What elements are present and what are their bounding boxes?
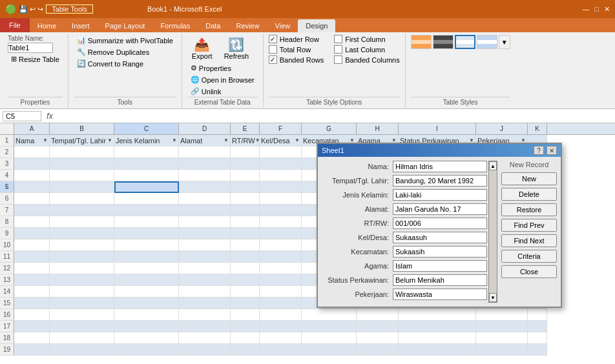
cell-C3[interactable] xyxy=(114,158,179,170)
maximize-btn[interactable]: □ xyxy=(594,5,599,14)
tab-view[interactable]: View xyxy=(267,19,298,32)
cell-C1[interactable]: Jenis Kelamin▼ xyxy=(114,135,179,147)
formula-input[interactable] xyxy=(58,112,612,120)
input-keldesa[interactable] xyxy=(393,232,487,243)
convert-range-btn[interactable]: 🔄 Convert to Range xyxy=(74,58,147,69)
col-header-D[interactable]: D xyxy=(179,123,231,134)
scroll-up-btn[interactable]: ▲ xyxy=(489,161,497,170)
open-browser-btn[interactable]: 🌐 Open in Browser xyxy=(187,74,258,85)
col-header-J[interactable]: J xyxy=(476,123,528,134)
row-num-1[interactable]: 1 xyxy=(0,135,14,147)
table-style-swatch-1[interactable] xyxy=(411,35,432,49)
unlink-btn[interactable]: 🔗 Unlink xyxy=(187,86,225,97)
col-header-F[interactable]: F xyxy=(260,123,302,134)
ribbon-row-convert-range[interactable]: 🔄 Convert to Range xyxy=(74,58,176,69)
cell-F3[interactable] xyxy=(260,158,302,170)
fx-button[interactable]: fx xyxy=(44,111,56,121)
table-style-swatch-3[interactable] xyxy=(455,35,475,49)
checkbox-header-row[interactable]: ✓ Header Row xyxy=(269,35,324,43)
banded-rows-checkbox[interactable]: ✓ xyxy=(269,56,277,64)
row-num-15[interactable]: 15 xyxy=(0,298,14,309)
checkbox-last-col[interactable]: Last Column xyxy=(334,45,399,54)
tab-page-layout[interactable]: Page Layout xyxy=(98,19,153,32)
table-style-swatch-2[interactable] xyxy=(433,35,453,49)
cell-E1[interactable]: RT/RW▼ xyxy=(231,135,260,147)
last-col-checkbox[interactable] xyxy=(334,45,342,54)
input-nama[interactable] xyxy=(393,161,487,172)
window-controls[interactable]: — □ ✕ xyxy=(582,5,610,14)
row-num-17[interactable]: 17 xyxy=(0,321,14,332)
tab-data[interactable]: Data xyxy=(198,19,228,32)
input-pekerjaan[interactable] xyxy=(393,288,487,300)
cell-D1[interactable]: Alamat▼ xyxy=(179,135,231,147)
ribbon-row-unlink[interactable]: 🔗 Unlink xyxy=(187,86,258,97)
row-num-14[interactable]: 14 xyxy=(0,286,14,298)
row-num-6[interactable]: 6 xyxy=(0,193,14,205)
close-btn[interactable]: Close xyxy=(501,265,557,278)
remove-duplicates-btn[interactable]: 🔧 Remove Duplicates xyxy=(74,46,152,57)
cell-A5[interactable] xyxy=(14,181,50,193)
row-num-4[interactable]: 4 xyxy=(0,170,14,181)
col-header-I[interactable]: I xyxy=(399,123,476,134)
cell-B5[interactable] xyxy=(50,181,114,193)
row-num-12[interactable]: 12 xyxy=(0,263,14,274)
cell-A6[interactable] xyxy=(14,193,50,205)
input-rtrw[interactable] xyxy=(393,217,487,229)
checkbox-banded-rows[interactable]: ✓ Banded Rows xyxy=(269,56,324,64)
cell-D2[interactable] xyxy=(179,147,231,158)
cell-E2[interactable] xyxy=(231,147,260,158)
input-kecamatan[interactable] xyxy=(393,246,487,258)
cell-ref-input[interactable] xyxy=(3,111,41,121)
cell-F5[interactable] xyxy=(260,181,302,193)
tab-insert[interactable]: Insert xyxy=(64,19,98,32)
row-num-19[interactable]: 19 xyxy=(0,344,14,356)
dialog-close-x-btn[interactable]: ✕ xyxy=(547,146,557,155)
new-btn[interactable]: New xyxy=(501,172,557,185)
table-name-input[interactable] xyxy=(8,43,53,53)
refresh-btn[interactable]: 🔃 Refresh xyxy=(220,35,254,62)
cell-F2[interactable] xyxy=(260,147,302,158)
cell-C4[interactable] xyxy=(114,170,179,181)
cell-D5[interactable] xyxy=(179,181,231,193)
col-header-K[interactable]: K xyxy=(528,123,547,134)
row-num-2[interactable]: 2 xyxy=(0,147,14,158)
cell-E3[interactable] xyxy=(231,158,260,170)
dialog-help-btn[interactable]: ? xyxy=(534,146,544,155)
col-header-C[interactable]: C xyxy=(114,123,179,134)
cell-E5[interactable] xyxy=(231,181,260,193)
row-num-18[interactable]: 18 xyxy=(0,332,14,344)
find-prev-btn[interactable]: Find Prev xyxy=(501,219,557,232)
more-styles-btn[interactable]: ▼ xyxy=(499,35,510,49)
ribbon-row-tablename-input[interactable] xyxy=(8,43,63,53)
properties-btn[interactable]: ⚙ Properties xyxy=(187,63,235,74)
col-header-H[interactable]: H xyxy=(357,123,399,134)
minimize-btn[interactable]: — xyxy=(582,5,589,14)
checkbox-total-row[interactable]: Total Row xyxy=(269,45,324,54)
tab-formulas[interactable]: Formulas xyxy=(152,19,198,32)
col-header-G[interactable]: G xyxy=(302,123,357,134)
close-btn[interactable]: ✕ xyxy=(604,5,610,14)
criteria-btn[interactable]: Criteria xyxy=(501,250,557,263)
row-num-16[interactable]: 16 xyxy=(0,309,14,321)
checkbox-banded-cols[interactable]: Banded Columns xyxy=(334,56,399,64)
ribbon-row-properties[interactable]: ⚙ Properties xyxy=(187,63,258,74)
col-header-A[interactable]: A xyxy=(14,123,50,134)
resize-table-btn[interactable]: ⊞ Resize Table xyxy=(8,54,63,65)
input-agama[interactable] xyxy=(393,260,487,272)
cell-A2[interactable] xyxy=(14,147,50,158)
scroll-down-btn[interactable]: ▼ xyxy=(489,293,497,302)
form-scrollbar[interactable]: ▲ ▼ xyxy=(488,161,497,303)
banded-cols-checkbox[interactable] xyxy=(334,56,342,64)
row-num-3[interactable]: 3 xyxy=(0,158,14,170)
cell-D4[interactable] xyxy=(179,170,231,181)
cell-B3[interactable] xyxy=(50,158,114,170)
tab-design[interactable]: Design xyxy=(298,19,335,32)
ribbon-row-pivottable[interactable]: 📊 Summarize with PivotTable xyxy=(74,35,176,46)
restore-btn[interactable]: Restore xyxy=(501,203,557,216)
tab-file[interactable]: File xyxy=(0,18,30,32)
cell-D3[interactable] xyxy=(179,158,231,170)
cell-C6[interactable] xyxy=(114,193,179,205)
summarize-pivot-btn[interactable]: 📊 Summarize with PivotTable xyxy=(74,35,176,46)
checkbox-first-col[interactable]: First Column xyxy=(334,35,399,43)
tab-home[interactable]: Home xyxy=(30,19,64,32)
